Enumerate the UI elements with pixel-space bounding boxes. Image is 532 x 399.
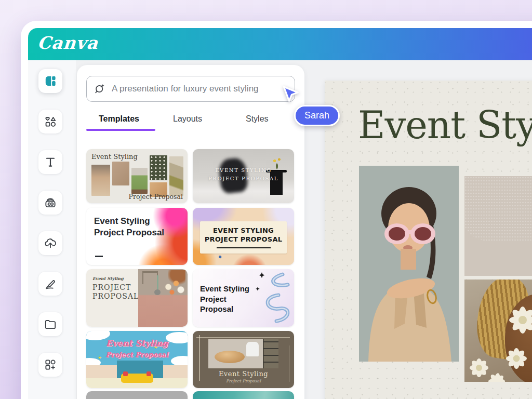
template-card-minimal-photo[interactable]: Event Styling PROJECT PROPOSAL <box>86 269 188 327</box>
card-line1: EVENT STYLING <box>213 227 274 235</box>
template-card-partial[interactable] <box>193 391 294 399</box>
card-title: Event Styling <box>193 370 294 378</box>
chrome-squiggle <box>246 269 294 327</box>
template-card-partial[interactable] <box>86 391 188 399</box>
chair-shape <box>246 342 259 356</box>
sidebar-item-uploads[interactable] <box>38 231 62 255</box>
template-card-holographic[interactable]: Event Styling Project Proposal <box>193 269 294 327</box>
photo-thumb <box>91 165 110 196</box>
card-line1: PROJECT <box>92 283 139 292</box>
template-card-moodboard[interactable]: Event Styling Project Proposal <box>86 149 188 203</box>
card-title: Event Styling <box>91 153 138 161</box>
card-subtitle: Project Proposal <box>129 193 183 201</box>
apps-icon <box>44 358 57 371</box>
card-script: Project Proposal <box>193 379 294 383</box>
portrait-photo <box>359 166 459 362</box>
card-line2: PROJECT PROPOSAL <box>193 175 294 183</box>
photo-thumb <box>150 155 167 180</box>
sand-texture-photo <box>464 176 532 276</box>
cushion-shape <box>123 371 128 376</box>
app-window: Canva <box>21 21 532 399</box>
magic-search-icon <box>94 83 106 95</box>
templates-panel: Templates Layouts Styles Event Styling P… <box>77 65 304 399</box>
design-preview-canvas[interactable]: Event Styling <box>325 81 532 399</box>
photo-thumb <box>131 168 148 194</box>
canva-logo[interactable]: Canva <box>37 33 99 53</box>
tab-layouts[interactable]: Layouts <box>173 114 202 124</box>
bowl-photo <box>208 339 278 368</box>
text-panel: Event Styling PROJECT PROPOSAL <box>86 269 138 327</box>
couch-shape <box>121 374 153 383</box>
brand-icon <box>44 196 57 209</box>
cushion-shape <box>147 371 151 376</box>
card-line1: EVENT STYLING <box>193 166 294 175</box>
tab-templates[interactable]: Templates <box>99 114 139 124</box>
template-card-dark-elegant[interactable]: Event Styling Project Proposal <box>193 331 294 388</box>
dash-accent <box>95 256 103 257</box>
top-bar: Canva <box>28 28 532 60</box>
projects-icon <box>44 317 57 331</box>
tab-styles[interactable]: Styles <box>246 114 269 124</box>
sidebar-item-projects[interactable] <box>38 312 62 336</box>
flower-arrangement-shape <box>161 280 187 297</box>
bowl-shape <box>215 351 245 363</box>
card-line3: Proposal <box>200 304 249 314</box>
daisy-flowers <box>464 280 532 382</box>
design-icon <box>44 74 57 88</box>
sidebar-item-elements[interactable] <box>38 110 62 134</box>
sidebar-item-text[interactable] <box>38 150 62 174</box>
card-line1: Event Styling <box>94 216 164 227</box>
uploads-icon <box>44 236 57 250</box>
candle-shape <box>157 275 158 290</box>
template-card-cartoon[interactable]: ✦ ✦ Event Styling Project Proposal <box>86 331 188 388</box>
card-line2: PROJECT PROPOSAL <box>205 235 282 244</box>
sidebar-item-apps[interactable] <box>38 353 62 377</box>
card-line2: Project <box>200 294 249 304</box>
card-line2: Project Proposal <box>86 351 188 358</box>
card-line1: Event Styling <box>86 338 188 348</box>
sidebar-item-design[interactable] <box>38 69 62 93</box>
template-card-retro-abstract[interactable]: EVENT STYLING PROJECT PROPOSAL <box>193 208 294 265</box>
photo-thumb <box>112 162 129 185</box>
flower-face-photo <box>464 280 532 382</box>
preview-title: Event Styling <box>358 103 532 147</box>
photo-thumb <box>169 156 183 196</box>
draw-icon <box>44 277 57 290</box>
cream-panel: EVENT STYLING PROJECT PROPOSAL <box>200 221 287 254</box>
card-line2: PROPOSAL <box>92 292 139 301</box>
card-eyebrow: Event Styling <box>92 276 124 281</box>
underline-rule <box>217 247 271 248</box>
shelf-shape <box>263 339 278 368</box>
active-tab-underline <box>86 129 155 131</box>
template-card-photo-serif[interactable]: EVENT STYLING PROJECT PROPOSAL <box>193 149 294 203</box>
elements-icon <box>44 115 57 128</box>
text-icon <box>44 155 57 169</box>
table-photo <box>138 269 188 327</box>
search-box[interactable] <box>86 76 295 102</box>
card-line1: Event Styling <box>200 284 249 294</box>
chair-shape <box>142 271 158 284</box>
canva-app: Canva <box>28 28 532 399</box>
frame-line <box>196 337 290 338</box>
sidebar-item-draw[interactable] <box>38 272 62 296</box>
sidebar-item-brand[interactable] <box>38 191 62 215</box>
sand-dune-shape <box>464 176 532 242</box>
search-input[interactable] <box>111 83 295 95</box>
template-card-gradient-blobs[interactable]: Event Styling Project Proposal <box>86 208 188 265</box>
card-line2: Project Proposal <box>94 227 164 238</box>
candle-holder-shape <box>154 289 161 295</box>
